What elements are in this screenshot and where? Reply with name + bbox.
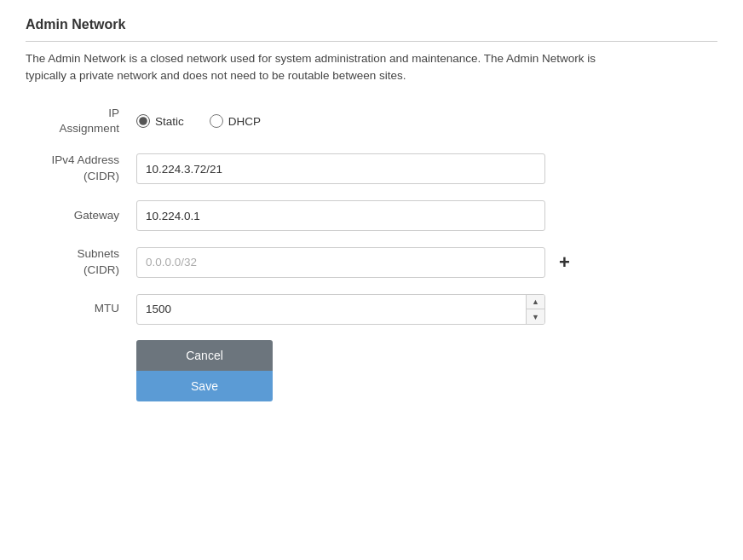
mtu-row: MTU ▲ ▼ xyxy=(26,294,639,325)
subnets-control-area: + xyxy=(136,247,639,278)
mtu-spinner-buttons: ▲ ▼ xyxy=(526,295,544,324)
page-container: Admin Network The Admin Network is a clo… xyxy=(26,17,717,401)
ip-radio-group: Static DHCP xyxy=(136,114,261,128)
ip-assignment-controls: Static DHCP xyxy=(136,114,639,128)
admin-network-form: IPAssignment Static DHCP IPv4 Addres xyxy=(26,106,639,401)
subnets-row: Subnets (CIDR) + xyxy=(26,246,639,279)
gateway-row: Gateway xyxy=(26,200,639,231)
dhcp-radio-option[interactable]: DHCP xyxy=(210,114,261,128)
dhcp-radio-input[interactable] xyxy=(210,114,223,128)
dhcp-radio-label: DHCP xyxy=(228,115,261,128)
gateway-control-area xyxy=(136,200,639,231)
page-description: The Admin Network is a closed network us… xyxy=(26,50,622,85)
ipv4-label: IPv4 Address (CIDR) xyxy=(26,153,136,185)
mtu-control-area: ▲ ▼ xyxy=(136,294,639,325)
gateway-label: Gateway xyxy=(26,208,136,224)
static-radio-input[interactable] xyxy=(136,114,150,128)
ipv4-row: IPv4 Address (CIDR) xyxy=(26,153,639,185)
ipv4-input[interactable] xyxy=(136,153,545,184)
cancel-button[interactable]: Cancel xyxy=(136,340,273,371)
static-radio-option[interactable]: Static xyxy=(136,114,184,128)
mtu-spinner-wrapper: ▲ ▼ xyxy=(136,294,545,325)
gateway-input[interactable] xyxy=(136,200,545,231)
mtu-input[interactable] xyxy=(136,294,545,325)
add-subnet-button[interactable]: + xyxy=(556,253,573,272)
ipv4-control-area xyxy=(136,153,639,184)
ip-assignment-label: IPAssignment xyxy=(26,106,136,138)
mtu-increment-button[interactable]: ▲ xyxy=(527,295,544,310)
page-title: Admin Network xyxy=(26,17,717,42)
subnets-input[interactable] xyxy=(136,247,545,278)
mtu-decrement-button[interactable]: ▼ xyxy=(527,309,544,324)
form-buttons: Cancel Save xyxy=(136,340,273,401)
save-button[interactable]: Save xyxy=(136,371,273,401)
ip-assignment-row: IPAssignment Static DHCP xyxy=(26,106,639,138)
mtu-label: MTU xyxy=(26,301,136,317)
static-radio-label: Static xyxy=(155,115,184,128)
subnets-label: Subnets (CIDR) xyxy=(26,246,136,279)
